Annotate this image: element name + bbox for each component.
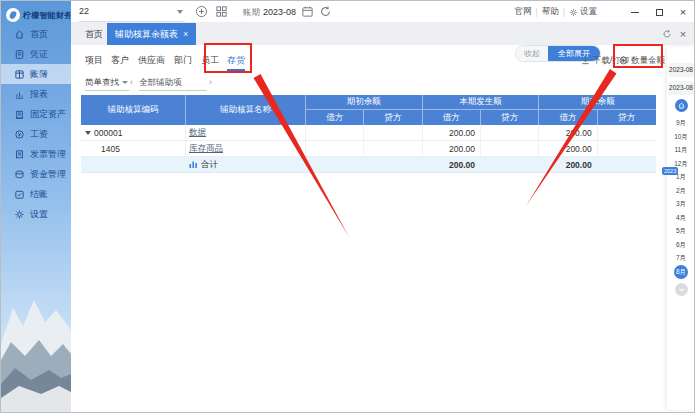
current-credit xyxy=(481,141,539,156)
month-item[interactable]: 2月 xyxy=(667,185,695,199)
maximize-button[interactable] xyxy=(647,1,671,23)
home-icon xyxy=(14,29,25,40)
header-code: 辅助核算编码 xyxy=(81,95,186,125)
sidebar-item-salary[interactable]: 工资 xyxy=(1,124,71,144)
sidebar-item-funds[interactable]: 资金管理 xyxy=(1,164,71,184)
filter-row: 简单查找 ‹ 全部辅助项 › xyxy=(71,73,669,93)
next-item-icon[interactable]: › xyxy=(209,73,212,91)
download-icon xyxy=(581,56,590,65)
company-select[interactable]: 22 xyxy=(79,1,185,22)
sidebar-item-invoice[interactable]: 发票管理 xyxy=(1,144,71,164)
opening-debit xyxy=(306,141,364,156)
sidebar-item-label: 结账 xyxy=(30,188,48,201)
home-icon xyxy=(678,102,685,109)
building-icon xyxy=(14,109,25,120)
sidebar-item-label: 资金管理 xyxy=(30,168,66,181)
row-code: 1405 xyxy=(101,144,120,154)
opening-credit-total xyxy=(364,157,422,172)
help-link[interactable]: 帮助 xyxy=(542,6,559,18)
month-item[interactable]: 4月 xyxy=(667,212,695,226)
minimize-icon xyxy=(631,12,639,13)
prev-item-icon[interactable]: ‹ xyxy=(130,73,133,91)
month-item[interactable]: 11月 xyxy=(667,144,695,158)
apps-grid-icon[interactable] xyxy=(215,5,228,20)
sidebar-item-label: 报表 xyxy=(30,88,48,101)
table-row: 1405 库存商品 200.00 200.00 xyxy=(81,141,656,157)
collapse-row-icon[interactable] xyxy=(85,131,91,135)
company-name: 22 xyxy=(79,6,89,16)
tab-label: 辅助核算余额表 xyxy=(115,23,178,45)
search-mode-select[interactable]: 简单查找 xyxy=(85,73,129,91)
sidebar-item-label: 固定资产 xyxy=(30,108,66,121)
settings-link[interactable]: 设置 xyxy=(569,6,597,18)
header-debit: 借方 xyxy=(539,110,597,125)
aux-item-input[interactable]: 全部辅助项 xyxy=(139,73,207,91)
current-debit: 200.00 xyxy=(423,141,481,156)
brand-name: 柠檬智能财务 xyxy=(23,10,72,21)
month-item[interactable]: 7月 xyxy=(667,252,695,266)
subtab-supplier[interactable]: 供应商 xyxy=(138,49,165,71)
month-item[interactable]: 9月 xyxy=(667,117,695,131)
month-item[interactable]: 3月 xyxy=(667,198,695,212)
close-tab-icon[interactable]: × xyxy=(183,23,188,45)
sidebar-item-fixed-assets[interactable]: 固定资产 xyxy=(1,104,71,124)
quantity-amount-icon xyxy=(619,56,628,65)
sidebar-item-voucher[interactable]: 凭证 xyxy=(1,44,71,64)
refresh-tab-icon[interactable] xyxy=(659,29,675,39)
close-window-button[interactable]: × xyxy=(671,1,695,23)
sidebar-item-closing[interactable]: 结账 xyxy=(1,184,71,204)
month-item[interactable]: 6月 xyxy=(667,239,695,253)
sidebar-item-label: 账簿 xyxy=(30,68,48,81)
header-opening-balance: 期初余额 xyxy=(306,95,423,110)
header-credit: 贷方 xyxy=(364,110,422,125)
official-site-link[interactable]: 官网 xyxy=(515,6,532,18)
month-item[interactable]: 5月 xyxy=(667,225,695,239)
sidebar-item-home[interactable]: 首页 xyxy=(1,24,71,44)
chevron-down-icon xyxy=(177,10,183,14)
window-controls: × xyxy=(623,1,695,23)
header-debit: 借方 xyxy=(306,110,364,125)
more-months-button[interactable] xyxy=(675,283,688,296)
tab-home[interactable]: 首页 xyxy=(77,23,111,45)
month-item[interactable]: 10月 xyxy=(667,131,695,145)
year-badge: 2023 xyxy=(662,167,678,175)
header-current-period: 本期发生额 xyxy=(423,95,540,110)
period-end-chip[interactable]: 2023-08 xyxy=(668,81,694,95)
gear-icon xyxy=(14,209,25,220)
month-item-active[interactable]: 8月 xyxy=(667,266,695,280)
subtab-department[interactable]: 部门 xyxy=(174,49,192,71)
sidebar-item-ledger[interactable]: 账簿 xyxy=(1,64,71,84)
sidebar-item-report[interactable]: 报表 xyxy=(1,84,71,104)
period-value[interactable]: 2023-08 xyxy=(263,1,296,23)
add-circle-icon[interactable] xyxy=(195,5,208,20)
period-start-chip[interactable]: 2023-08 xyxy=(668,63,694,77)
row-name-link[interactable]: 数据 xyxy=(189,127,206,139)
minimize-button[interactable] xyxy=(623,1,647,23)
subtab-employee[interactable]: 员工 xyxy=(201,49,219,71)
current-debit: 200.00 xyxy=(423,125,481,140)
total-label: 合计 xyxy=(201,159,218,171)
refresh-icon[interactable] xyxy=(319,5,332,20)
period-home-button[interactable] xyxy=(675,99,688,112)
tab-aux-balance-sheet[interactable]: 辅助核算余额表 × xyxy=(107,23,196,45)
tab-bar: 首页 辅助核算余额表 × × xyxy=(71,23,695,45)
maximize-icon xyxy=(656,9,663,16)
bar-chart-icon[interactable] xyxy=(189,160,198,169)
quantity-amount-button[interactable]: 数量金额 xyxy=(619,52,665,69)
closing-credit xyxy=(598,141,656,156)
topbar: 22 账期 2023-08 官网 | 帮助 | 设置 xyxy=(71,1,695,23)
subtab-project[interactable]: 项目 xyxy=(85,49,103,71)
sidebar-item-settings[interactable]: 设置 xyxy=(1,204,71,224)
current-credit xyxy=(481,125,539,140)
closing-credit xyxy=(598,125,656,140)
subtab-inventory[interactable]: 存货 xyxy=(227,49,245,71)
topbar-links: 官网 | 帮助 | 设置 xyxy=(515,1,597,23)
subtab-customer[interactable]: 客户 xyxy=(111,49,129,71)
calendar-icon[interactable] xyxy=(301,5,314,20)
chevron-down-icon xyxy=(122,81,128,84)
row-code: 000001 xyxy=(94,128,122,138)
collapse-button[interactable]: 收起 xyxy=(516,46,548,61)
row-name-link[interactable]: 库存商品 xyxy=(189,143,223,155)
opening-debit-total xyxy=(306,157,364,172)
close-all-tabs-icon[interactable]: × xyxy=(675,28,691,40)
